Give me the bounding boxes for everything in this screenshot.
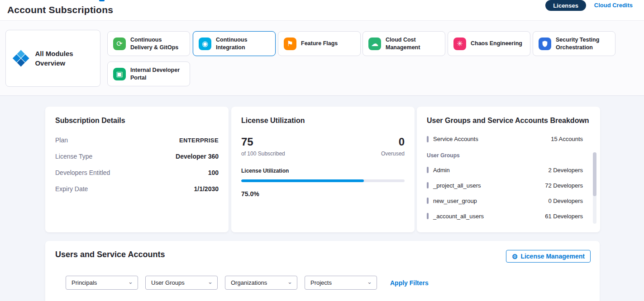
licenses-tab[interactable]: Licenses bbox=[545, 0, 586, 11]
detail-row-developers-entitled: Developers Entitled 100 bbox=[55, 169, 219, 176]
module-card-label: Cloud Cost Management bbox=[386, 36, 439, 52]
user-group-row: Admin 2 Developers bbox=[427, 166, 590, 174]
utilization-progress-track bbox=[241, 179, 405, 182]
group-bar-icon bbox=[427, 182, 429, 188]
group-bar-icon bbox=[427, 167, 429, 173]
module-card-label: Security Testing Orchestration bbox=[556, 36, 610, 52]
module-card-security-testing-orchestration[interactable]: Security Testing Orchestration bbox=[533, 31, 615, 56]
module-card-internal-developer-portal[interactable]: ▣ Internal Developer Portal bbox=[107, 61, 190, 86]
utilization-bar-label: License Utilization bbox=[241, 168, 405, 174]
user-group-value: 61 Developers bbox=[545, 213, 583, 220]
user-group-row: new_user_group 0 Developers bbox=[427, 197, 590, 205]
license-counts: 75 of 100 Subscribed 0 Overused bbox=[241, 136, 405, 157]
module-card-label: Internal Developer Portal bbox=[130, 66, 184, 82]
license-utilization-title: License Utilization bbox=[241, 117, 405, 125]
user-group-row: _account_all_users 61 Developers bbox=[427, 212, 590, 220]
all-modules-overview-card[interactable]: All Modules Overview bbox=[5, 30, 100, 87]
chevron-down-icon: ⌄ bbox=[208, 279, 213, 285]
subscription-details-title: Subscription Details bbox=[55, 117, 219, 125]
all-modules-logo-icon bbox=[12, 48, 29, 69]
user-groups-dropdown[interactable]: User Groups ⌄ bbox=[145, 276, 218, 290]
module-card-cloud-cost-management[interactable]: ☁ Cloud Cost Management bbox=[363, 31, 445, 56]
detail-row-expiry-date: Expiry Date 1/1/2030 bbox=[55, 185, 219, 193]
detail-value: ENTERPRISE bbox=[179, 137, 219, 144]
module-card-label: Feature Flags bbox=[301, 40, 338, 47]
detail-row-license-type: License Type Developer 360 bbox=[55, 153, 219, 160]
user-group-name: _account_all_users bbox=[433, 213, 484, 220]
gear-icon: ⚙ bbox=[512, 253, 518, 260]
module-card-chaos-engineering[interactable]: ✳ Chaos Engineering bbox=[448, 31, 530, 56]
dropdown-label: Organizations bbox=[231, 279, 267, 286]
user-group-value: 72 Developers bbox=[545, 182, 583, 189]
module-strip: All Modules Overview ⟳ Continuous Delive… bbox=[0, 21, 644, 96]
user-group-row: _project_all_users 72 Developers bbox=[427, 181, 590, 189]
principals-dropdown[interactable]: Principals ⌄ bbox=[66, 276, 138, 290]
cloud-credits-link[interactable]: Cloud Credits bbox=[594, 2, 633, 9]
chaos-engineering-icon: ✳ bbox=[453, 38, 466, 50]
all-modules-overview-label: All Modules Overview bbox=[35, 49, 94, 68]
group-bar-icon bbox=[427, 136, 429, 142]
module-card-continuous-delivery[interactable]: ⟳ Continuous Delivery & GitOps bbox=[107, 31, 190, 56]
breakdown-title: User Groups and Service Accounts Breakdo… bbox=[427, 117, 590, 125]
license-utilization-card: License Utilization 75 of 100 Subscribed… bbox=[231, 107, 415, 232]
detail-value: 100 bbox=[208, 169, 219, 176]
users-section-title: Users and Service Accounts bbox=[55, 250, 165, 259]
detail-value: Developer 360 bbox=[176, 153, 219, 160]
breakdown-scrollbar[interactable] bbox=[593, 152, 596, 224]
service-accounts-value: 15 Accounts bbox=[551, 136, 583, 142]
utilization-percent: 75.0% bbox=[241, 190, 405, 198]
detail-label: Developers Entitled bbox=[55, 169, 110, 176]
module-card-label: Chaos Engineering bbox=[471, 40, 522, 47]
detail-label: Plan bbox=[55, 136, 68, 144]
page-title: Account Subscriptions bbox=[7, 5, 113, 15]
overused-caption: Overused bbox=[381, 150, 405, 157]
subscribed-count: 75 bbox=[241, 136, 285, 148]
filters-row: Principals ⌄ User Groups ⌄ Organizations… bbox=[66, 276, 429, 290]
detail-row-plan: Plan ENTERPRISE bbox=[55, 136, 219, 144]
group-bar-icon bbox=[427, 213, 429, 219]
users-and-service-accounts-card: Users and Service Accounts ⚙ License Man… bbox=[45, 241, 600, 301]
dropdown-label: Projects bbox=[310, 279, 332, 286]
service-accounts-label: Service Accounts bbox=[433, 136, 478, 142]
user-group-value: 2 Developers bbox=[548, 167, 583, 174]
breakdown-scrollbar-thumb[interactable] bbox=[593, 152, 596, 196]
module-card-continuous-integration[interactable]: ◉ Continuous Integration bbox=[193, 31, 276, 56]
module-card-feature-flags[interactable]: ⚑ Feature Flags bbox=[278, 31, 361, 56]
license-management-label: License Management bbox=[520, 253, 585, 260]
group-bar-icon bbox=[427, 198, 429, 204]
service-accounts-row: Service Accounts 15 Accounts bbox=[427, 136, 590, 142]
account-subscriptions-page: Account Subscriptions Licenses Cloud Cre… bbox=[0, 0, 644, 301]
detail-label: License Type bbox=[55, 153, 92, 160]
user-group-name: _project_all_users bbox=[433, 182, 481, 189]
dropdown-label: User Groups bbox=[151, 279, 185, 286]
security-testing-orchestration-icon bbox=[539, 38, 551, 50]
apply-filters-link[interactable]: Apply Filters bbox=[390, 279, 429, 287]
breakdown-card: User Groups and Service Accounts Breakdo… bbox=[417, 107, 600, 232]
overused-count-block: 0 Overused bbox=[381, 136, 405, 157]
user-group-name: Admin bbox=[433, 167, 450, 174]
projects-dropdown[interactable]: Projects ⌄ bbox=[305, 276, 377, 290]
top-bar: Account Subscriptions Licenses Cloud Cre… bbox=[0, 0, 644, 21]
chevron-down-icon: ⌄ bbox=[128, 279, 133, 285]
organizations-dropdown[interactable]: Organizations ⌄ bbox=[225, 276, 297, 290]
feature-flags-icon: ⚑ bbox=[284, 38, 296, 50]
subscription-details-list: Plan ENTERPRISE License Type Developer 3… bbox=[55, 136, 219, 193]
dropdown-label: Principals bbox=[72, 279, 97, 286]
utilization-progress-fill bbox=[241, 179, 364, 182]
continuous-integration-icon: ◉ bbox=[199, 38, 211, 50]
license-management-button[interactable]: ⚙ License Management bbox=[506, 250, 591, 263]
chevron-down-icon: ⌄ bbox=[287, 279, 292, 285]
overused-count: 0 bbox=[381, 136, 405, 148]
module-card-label: Continuous Integration bbox=[216, 36, 270, 52]
internal-developer-portal-icon: ▣ bbox=[113, 68, 126, 80]
detail-label: Expiry Date bbox=[55, 185, 88, 193]
user-groups-header: User Groups bbox=[427, 152, 590, 159]
user-group-value: 0 Developers bbox=[548, 198, 583, 204]
module-card-label: Continuous Delivery & GitOps bbox=[130, 36, 184, 52]
subscribed-count-block: 75 of 100 Subscribed bbox=[241, 136, 285, 157]
chevron-down-icon: ⌄ bbox=[367, 279, 372, 285]
detail-value: 1/1/2030 bbox=[194, 185, 219, 193]
cloud-cost-management-icon: ☁ bbox=[368, 38, 381, 50]
clipped-link-fragment bbox=[99, 0, 105, 1]
user-group-name: new_user_group bbox=[433, 198, 477, 204]
